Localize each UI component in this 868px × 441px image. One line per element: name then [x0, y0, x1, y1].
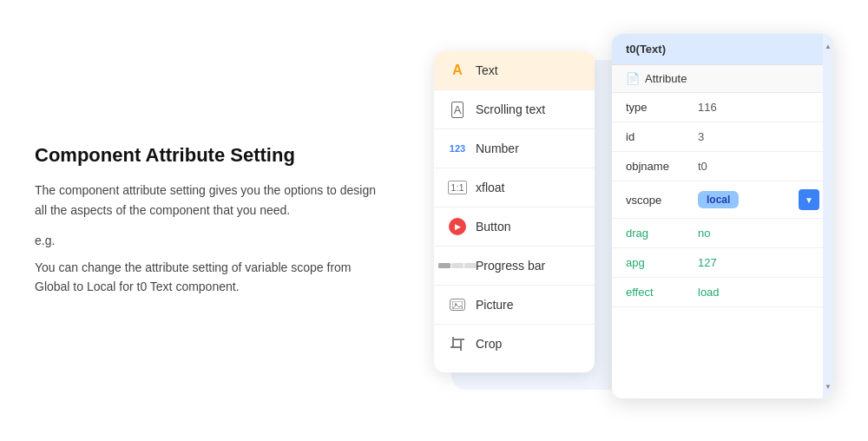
left-section: Component Attribute Setting The componen…	[35, 144, 382, 297]
component-label-number: Number	[476, 142, 519, 155]
attr-row-type: type 116	[612, 93, 833, 122]
component-item-picture[interactable]: Picture	[434, 286, 595, 325]
vscope-badge[interactable]: local	[698, 191, 739, 208]
attr-value-apg: 127	[698, 256, 819, 269]
text-icon: A	[448, 61, 467, 80]
attr-value-type: 116	[698, 101, 819, 114]
component-label-button: Button	[476, 220, 510, 234]
component-item-button[interactable]: ▶ Button	[434, 207, 595, 247]
attribute-col-label: Attribute	[645, 72, 687, 85]
component-item-text[interactable]: A Text	[434, 51, 595, 90]
attr-row-objname: objname t0	[612, 152, 833, 181]
detail-text: You can change the attribute setting of …	[35, 258, 382, 297]
component-item-number[interactable]: 123 Number	[434, 129, 595, 168]
picture-icon	[448, 295, 467, 314]
component-item-scrolling-text[interactable]: A Scrolling text	[434, 90, 595, 129]
attr-value-drag: no	[698, 227, 819, 240]
attr-value-effect: load	[698, 286, 819, 299]
component-label-crop: Crop	[476, 337, 502, 351]
component-item-xfloat[interactable]: 1:1 xfloat	[434, 168, 595, 207]
right-section: A Text A Scrolling text 123 Number	[434, 34, 833, 407]
attr-value-objname: t0	[698, 160, 819, 173]
component-label-progress-bar: Progress bar	[476, 259, 545, 273]
attr-key-apg: apg	[626, 256, 691, 269]
attr-key-id: id	[626, 130, 691, 143]
component-label-text: Text	[476, 63, 498, 77]
attr-row-apg: apg 127	[612, 248, 833, 278]
attribute-panel-title: t0(Text)	[626, 43, 666, 56]
component-item-crop[interactable]: Crop	[434, 325, 595, 363]
attr-row-effect: effect load	[612, 278, 833, 307]
component-label-xfloat: xfloat	[476, 181, 504, 194]
scrollbar[interactable]: ▲ ▼	[823, 34, 833, 398]
attribute-col-header: 📄 Attribute	[612, 65, 833, 93]
attribute-panel: t0(Text) 📄 Attribute type 116 id 3 objna…	[612, 34, 833, 398]
component-item-progress-bar[interactable]: Progress bar	[434, 247, 595, 286]
vscope-dropdown-arrow[interactable]: ▼	[799, 189, 819, 210]
scrolling-text-icon: A	[448, 100, 467, 119]
progress-bar-icon	[448, 256, 467, 275]
button-icon: ▶	[448, 217, 467, 236]
attr-row-drag: drag no	[612, 219, 833, 248]
page-container: Component Attribute Setting The componen…	[0, 0, 868, 441]
crop-icon	[448, 334, 467, 353]
scrollbar-down-arrow[interactable]: ▼	[824, 379, 832, 393]
attr-row-id: id 3	[612, 122, 833, 152]
doc-icon: 📄	[626, 72, 640, 85]
xfloat-icon: 1:1	[448, 178, 467, 197]
attr-key-drag: drag	[626, 227, 691, 240]
attribute-panel-header: t0(Text)	[612, 34, 833, 65]
eg-label: e.g.	[35, 234, 382, 247]
scrollbar-up-arrow[interactable]: ▲	[824, 39, 832, 53]
attr-key-type: type	[626, 101, 691, 114]
attr-row-vscope[interactable]: vscope local ▼	[612, 181, 833, 219]
attr-key-objname: objname	[626, 160, 691, 173]
component-label-picture: Picture	[476, 298, 514, 312]
component-panel: A Text A Scrolling text 123 Number	[434, 51, 595, 372]
number-icon: 123	[448, 139, 467, 158]
attr-key-vscope: vscope	[626, 194, 691, 207]
attr-value-id: 3	[698, 130, 819, 143]
description-text: The component attribute setting gives yo…	[35, 181, 382, 220]
component-label-scrolling-text: Scrolling text	[476, 102, 545, 116]
attr-key-effect: effect	[626, 286, 691, 299]
page-title: Component Attribute Setting	[35, 144, 382, 167]
